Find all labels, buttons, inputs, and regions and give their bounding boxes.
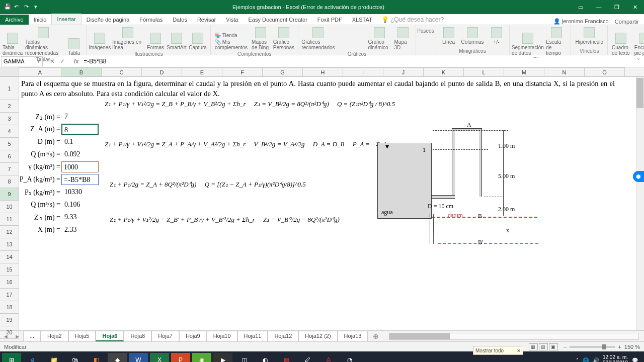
dropbox-badge-icon[interactable]: ⬢	[633, 171, 644, 182]
notifications-icon[interactable]: 💬	[632, 357, 638, 363]
sparkline-column-button[interactable]: Columnas	[461, 27, 484, 45]
cancel-formula-icon[interactable]: ✕	[50, 58, 55, 65]
row-header-13[interactable]: 13	[0, 238, 19, 251]
row-header-8[interactable]: 8	[0, 175, 19, 188]
sheet-tab-hoja12[interactable]: Hoja12	[268, 331, 298, 341]
sheet-tab-hoja8[interactable]: Hoja8	[124, 331, 151, 341]
vertical-scrollbar[interactable]	[636, 77, 644, 330]
sheet-tab-hoja2[interactable]: Hoja2	[41, 331, 68, 341]
sheet-tab-hoja11[interactable]: Hoja11	[237, 331, 268, 341]
cell-b5[interactable]: 8	[61, 124, 99, 135]
col-header-O[interactable]: O	[585, 67, 625, 76]
col-header-E[interactable]: E	[182, 67, 222, 76]
cell-b11[interactable]: 0.106	[62, 201, 100, 209]
app5-icon[interactable]: ◫	[234, 353, 254, 362]
sheet-tab-hoja13[interactable]: Hoja13	[338, 331, 368, 341]
sheet-tab-hoja5[interactable]: Hoja5	[68, 331, 96, 341]
app6-icon[interactable]: 🖊	[298, 353, 317, 362]
sparkline-winloss-button[interactable]: +/-	[488, 27, 505, 45]
cell-b7[interactable]: 0.092	[62, 150, 100, 158]
timeline-button[interactable]: Escala de tiempo	[546, 27, 567, 56]
tab-datos[interactable]: Datos	[168, 15, 192, 25]
row-header-10[interactable]: 10	[0, 201, 19, 213]
sheet-tab-hoja122[interactable]: Hoja12 (2)	[298, 331, 337, 341]
store-icon[interactable]: 🛍	[65, 353, 85, 362]
cell-b9[interactable]: =-B5*B8	[61, 174, 99, 185]
store-button[interactable]: 🏪 Tienda	[215, 33, 248, 38]
tab-archivo[interactable]: Archivo	[0, 15, 29, 25]
sheet-tab-[interactable]: ...	[23, 331, 41, 341]
tell-me-search[interactable]: 💡 ¿Qué desea hacer?	[381, 16, 444, 23]
select-all-corner[interactable]	[0, 67, 19, 76]
tab-vista[interactable]: Vista	[221, 15, 243, 25]
close-button[interactable]: ✕	[626, 0, 644, 14]
cell-b12[interactable]: 9.33	[62, 213, 100, 221]
table-button[interactable]: Tabla	[65, 38, 83, 56]
taskbar-clock[interactable]: 12:02 a. m.28/12/2018	[603, 354, 628, 362]
col-header-L[interactable]: L	[464, 67, 504, 76]
row-header-4[interactable]: 4	[0, 125, 19, 138]
app2-icon[interactable]: ◆	[108, 353, 127, 362]
powerpoint-icon[interactable]: P	[171, 353, 190, 362]
recommended-pivot-button[interactable]: Tablas dinámicas recomendadas	[25, 27, 61, 56]
name-box[interactable]: GAMMA▾	[1, 56, 43, 66]
row-header-2[interactable]: 2	[0, 100, 19, 113]
tray-up-icon[interactable]: ˄	[576, 357, 579, 363]
tray-network-icon[interactable]: 🌐	[583, 357, 589, 363]
tab-formulas[interactable]: Fórmulas	[134, 15, 168, 25]
col-header-H[interactable]: H	[303, 67, 343, 76]
row-header-18[interactable]: 18	[0, 301, 19, 314]
row-header-3[interactable]: 3	[0, 113, 19, 125]
slicer-button[interactable]: Segmentación de datos	[514, 33, 542, 56]
start-button[interactable]: ⊞	[2, 353, 21, 362]
tab-diseno[interactable]: Diseño de página	[82, 15, 135, 25]
row-header-5[interactable]: 5	[0, 138, 19, 150]
app3-icon[interactable]: ◉	[192, 353, 211, 362]
map-3d-button[interactable]: Mapa 3D	[394, 27, 412, 50]
row-header-15[interactable]: 15	[0, 263, 19, 276]
worksheet-grid[interactable]: 1234567891011121314151617181920 Para el …	[0, 77, 644, 330]
sheet-tab-hoja9[interactable]: Hoja9	[179, 331, 207, 341]
tray-volume-icon[interactable]: 🔊	[593, 357, 599, 363]
ribbon-options-icon[interactable]: ▭	[572, 0, 590, 14]
col-header-G[interactable]: G	[263, 67, 303, 76]
restore-button[interactable]: ❐	[608, 0, 626, 14]
row-header-7[interactable]: 7	[0, 163, 19, 175]
col-header-M[interactable]: M	[504, 67, 544, 76]
excel-icon[interactable]: X	[150, 353, 169, 362]
cell-b4[interactable]: 7	[62, 113, 100, 121]
pictures-button[interactable]: Imágenes	[91, 33, 108, 50]
sparkline-line-button[interactable]: Línea	[440, 27, 457, 45]
row-header-16[interactable]: 16	[0, 276, 19, 289]
user-account[interactable]: 👤 jeronimo Francisco	[553, 18, 609, 25]
sheet-tab-hoja10[interactable]: Hoja10	[207, 331, 237, 341]
col-header-C[interactable]: C	[102, 67, 142, 76]
cell-b10[interactable]: 10330	[62, 188, 100, 196]
col-header-D[interactable]: D	[142, 67, 182, 76]
explorer-icon[interactable]: 📁	[44, 353, 63, 362]
row-header-17[interactable]: 17	[0, 289, 19, 301]
cell-b6[interactable]: 0.1	[62, 138, 100, 146]
people-graph-button[interactable]: Gráfico Personas	[273, 27, 294, 50]
cell-b8[interactable]: 1000	[61, 161, 99, 172]
tab-xlstat[interactable]: XLSTAT	[347, 15, 377, 25]
shapes-button[interactable]: Formas	[147, 33, 164, 50]
autocad-icon[interactable]: A	[319, 353, 338, 362]
obs-icon[interactable]: ◔	[340, 353, 359, 362]
share-button[interactable]: Compartir	[615, 19, 639, 25]
chart-type-icon[interactable]	[338, 37, 345, 43]
bing-maps-button[interactable]: Mapas de Bing	[252, 27, 269, 50]
header-footer-button[interactable]: Encabez. pie pág.	[634, 33, 644, 56]
app-icon[interactable]: ◧	[87, 353, 106, 362]
pivot-table-button[interactable]: Tabla dinámica	[4, 33, 21, 56]
row-header-20[interactable]: 20	[0, 326, 19, 339]
row-header-12[interactable]: 12	[0, 226, 19, 238]
formula-input[interactable]: =-B5*B8	[82, 58, 633, 65]
undo-icon[interactable]: ↶	[14, 4, 21, 11]
col-header-A[interactable]: A	[19, 67, 61, 76]
pdf-icon[interactable]: ▦	[277, 353, 296, 362]
recommended-charts-button[interactable]: Gráficos recomendados	[302, 27, 334, 50]
hyperlink-button[interactable]: Hipervínculo	[575, 27, 603, 45]
my-addins-button[interactable]: 📎 Mis complementos	[215, 39, 248, 50]
col-header-B[interactable]: B	[61, 67, 102, 76]
